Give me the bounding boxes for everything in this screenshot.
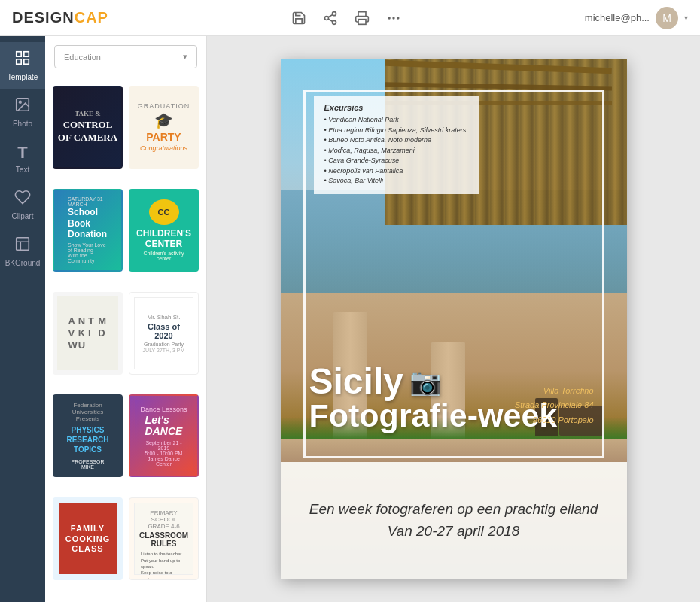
- svg-line-4: [329, 14, 333, 17]
- svg-point-7: [393, 17, 395, 19]
- svg-line-3: [329, 19, 333, 21]
- sidebar-item-clipart[interactable]: Clipart: [0, 181, 45, 228]
- address-box: Villa Torrefino Strada Provinciale 84 96…: [515, 384, 594, 428]
- address-line2: Strada Provinciale 84: [515, 398, 594, 413]
- template-card-9-content: FAMILYCOOKINGCLASS: [59, 503, 117, 574]
- svg-point-2: [333, 20, 336, 24]
- svg-rect-10: [24, 52, 29, 56]
- sidebar-item-label-bkground: BKGround: [5, 259, 41, 267]
- dropdown-arrow-icon: ▾: [183, 52, 187, 62]
- more-button[interactable]: [385, 9, 403, 27]
- svg-rect-15: [17, 238, 29, 251]
- template-icon: [14, 50, 31, 70]
- template-card-5-content: ANTM VKID WU: [57, 296, 118, 370]
- template-panel-header: Education ▾: [45, 36, 206, 78]
- address-text: Villa Torrefino Strada Provinciale 84 96…: [515, 384, 594, 428]
- template-card-10-content: PRIMARY SCHOOL GRADE 4-6 CLASSROOMRULES …: [134, 503, 193, 575]
- template-card-6[interactable]: Mr. Shah St. Class of2020 Graduation Par…: [129, 292, 199, 375]
- category-dropdown[interactable]: Education ▾: [54, 45, 197, 68]
- bottom-text: Een week fotograferen op een prachtig ei…: [309, 499, 598, 542]
- sidebar-item-text[interactable]: T Text: [0, 135, 45, 181]
- svg-rect-11: [24, 59, 29, 64]
- template-card-8[interactable]: Dance Lessons Let'sDANCE September 21 - …: [129, 394, 199, 477]
- excursie-box: Excursies • Vendicari National Park • Et…: [314, 96, 479, 194]
- topbar: DESIGNCAP michelle@ph... M ▾: [0, 0, 700, 36]
- svg-rect-12: [17, 59, 21, 64]
- template-card-9[interactable]: FAMILYCOOKINGCLASS: [53, 497, 123, 580]
- user-menu[interactable]: michelle@ph... M ▾: [585, 7, 688, 29]
- template-card-1[interactable]: TAKE & CONTROL OF CAMERA: [53, 86, 123, 169]
- avatar: M: [656, 7, 678, 29]
- svg-point-1: [325, 16, 329, 20]
- canvas-area: Excursies • Vendicari National Park • Et…: [207, 36, 700, 602]
- sidebar-item-photo[interactable]: Photo: [0, 89, 45, 135]
- design-canvas[interactable]: Excursies • Vendicari National Park • Et…: [281, 59, 627, 579]
- svg-point-14: [19, 101, 21, 103]
- main-area: Template Photo T Text Clipart BKGround: [0, 36, 700, 602]
- logo-design: DESIGN: [12, 9, 75, 26]
- bkground-icon: [14, 236, 31, 256]
- bottom-bar: Een week fotograferen op een prachtig ei…: [281, 462, 627, 579]
- svg-point-8: [397, 17, 400, 19]
- sidebar-item-label-template: Template: [8, 73, 38, 81]
- sidebar-item-label-text: Text: [16, 166, 29, 174]
- user-email: michelle@ph...: [585, 12, 650, 23]
- camera-icon: 📷: [409, 369, 441, 394]
- excursie-title: Excursies: [324, 103, 469, 112]
- logo-cap: CAP: [75, 9, 108, 26]
- category-label: Education: [64, 53, 101, 62]
- bottom-line1: Een week fotograferen op een prachtig ei…: [309, 499, 598, 521]
- template-card-5[interactable]: ANTM VKID WU: [53, 292, 123, 375]
- address-line1: Villa Torrefino: [515, 384, 594, 399]
- template-card-10[interactable]: PRIMARY SCHOOL GRADE 4-6 CLASSROOMRULES …: [129, 497, 199, 580]
- sidebar-item-label-clipart: Clipart: [12, 212, 34, 220]
- template-card-2[interactable]: GRADUATION 🎓 PARTY Congratulations: [129, 86, 199, 169]
- template-card-6-content: Mr. Shah St. Class of2020 Graduation Par…: [134, 297, 193, 369]
- template-card-8-content: Dance Lessons Let'sDANCE September 21 - …: [135, 400, 193, 471]
- sidebar-item-label-photo: Photo: [13, 120, 32, 128]
- excursie-items: • Vendicari National Park • Etna region …: [324, 115, 469, 187]
- svg-rect-5: [358, 19, 366, 24]
- svg-point-6: [388, 17, 391, 19]
- topbar-actions: [290, 9, 403, 27]
- bottom-line2: Van 20-27 april 2018: [309, 521, 598, 543]
- template-card-3-content: SATURDAY 31 MARCH School BookDonation Sh…: [60, 196, 115, 264]
- sidebar-item-bkground[interactable]: BKGround: [0, 228, 45, 275]
- sidebar-item-template[interactable]: Template: [0, 42, 45, 89]
- template-card-4-content: CC CHILDREN'SCENTER Children's activity …: [135, 195, 193, 266]
- svg-rect-9: [17, 52, 21, 56]
- template-card-3[interactable]: SATURDAY 31 MARCH School BookDonation Sh…: [53, 189, 123, 272]
- icon-sidebar: Template Photo T Text Clipart BKGround: [0, 36, 45, 602]
- chevron-down-icon: ▾: [684, 14, 688, 22]
- template-panel: Education ▾ TAKE & CONTROL OF CAMERA GRA…: [45, 36, 207, 602]
- app-logo: DESIGNCAP: [12, 9, 108, 26]
- template-card-4[interactable]: CC CHILDREN'SCENTER Children's activity …: [129, 189, 199, 272]
- template-card-7[interactable]: Federation Universities Presents PHYSICS…: [53, 394, 123, 477]
- share-button[interactable]: [321, 9, 339, 27]
- template-card-2-content: GRADUATION 🎓 PARTY Congratulations: [133, 90, 194, 164]
- sicily-text: Sicily: [309, 363, 403, 400]
- template-card-1-content: TAKE & CONTROL OF CAMERA: [55, 107, 120, 147]
- address-line3: 96010 Portopalo: [515, 413, 594, 428]
- text-icon: T: [17, 143, 27, 163]
- template-card-7-content: Federation Universities Presents PHYSICS…: [60, 402, 115, 470]
- save-button[interactable]: [290, 9, 308, 27]
- print-button[interactable]: [353, 9, 371, 27]
- photo-icon: [14, 96, 31, 117]
- svg-point-0: [333, 11, 336, 15]
- template-grid: TAKE & CONTROL OF CAMERA GRADUATION 🎓 PA…: [45, 78, 206, 602]
- clipart-icon: [14, 189, 31, 209]
